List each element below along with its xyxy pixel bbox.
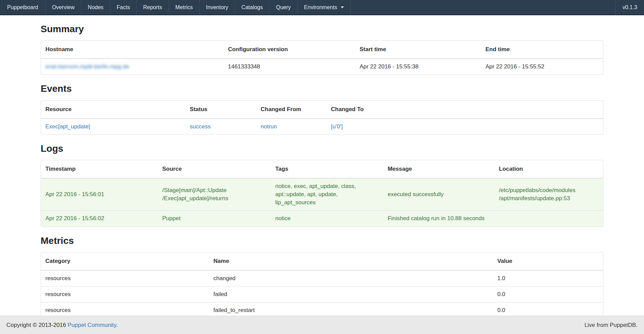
nav-item-environments-label: Environments <box>304 4 337 11</box>
hostname-link[interactable]: snat-tservvm.mpib-berlin.mpg.de <box>45 63 129 70</box>
log-timestamp: Apr 22 2016 - 15:56:01 <box>41 178 158 211</box>
log-tags: notice, exec, apt_update, class, apt::up… <box>271 178 383 211</box>
live-from-puppetdb-text: Live from PuppetDB. <box>584 322 638 329</box>
metric-row: resources changed 1.0 <box>41 270 603 287</box>
summary-section-title: Summary <box>41 24 603 35</box>
nav-item-facts[interactable]: Facts <box>110 0 137 15</box>
nav-item-nodes[interactable]: Nodes <box>81 0 110 15</box>
metrics-header-value: Value <box>493 252 603 270</box>
nav-item-inventory[interactable]: Inventory <box>199 0 235 15</box>
event-changed-from-link[interactable]: notrun <box>261 123 277 130</box>
metrics-section-title: Metrics <box>41 235 603 246</box>
logs-table: Timestamp Source Tags Message Location A… <box>41 160 603 227</box>
log-message: Finished catalog run in 10.88 seconds <box>383 211 495 227</box>
events-header-resource: Resource <box>41 101 186 119</box>
metric-value: 0.0 <box>493 287 603 302</box>
event-status-link[interactable]: success <box>190 123 211 130</box>
log-location: /etc/puppetlabs/code/modules /apt/manife… <box>495 178 603 211</box>
metrics-header-name: Name <box>209 252 493 270</box>
logs-header-tags: Tags <box>271 160 383 178</box>
navbar-brand[interactable]: Puppetboard <box>0 0 46 15</box>
app-version-label: v0.1.3 <box>615 0 644 15</box>
events-header-changed-to: Changed To <box>326 101 603 119</box>
metric-name: changed <box>209 270 493 287</box>
event-row: Exec[apt_update] success notrun [u'0'] <box>41 119 603 134</box>
events-header-status: Status <box>186 101 256 119</box>
puppet-community-link[interactable]: Puppet Community <box>68 322 116 328</box>
log-message: executed successfully <box>383 178 495 211</box>
navbar: Puppetboard Overview Nodes Facts Reports… <box>0 0 644 15</box>
log-tags: notice <box>271 211 383 227</box>
footer: Copyright © 2013-2016 Puppet Community. … <box>0 316 644 334</box>
summary-table: Hostname Configuration version Start tim… <box>41 40 603 75</box>
summary-header-end-time: End time <box>481 41 603 59</box>
metric-row: resources failed 0.0 <box>41 287 603 302</box>
logs-header-timestamp: Timestamp <box>41 160 158 178</box>
nav-item-catalogs[interactable]: Catalogs <box>235 0 270 15</box>
summary-row: snat-tservvm.mpib-berlin.mpg.de 14613333… <box>41 59 603 75</box>
nav-item-environments-dropdown[interactable]: Environments <box>298 0 351 15</box>
events-header-changed-from: Changed From <box>256 101 327 119</box>
navbar-spacer <box>351 0 616 15</box>
metrics-table: Category Name Value resources changed 1.… <box>41 252 603 326</box>
summary-header-hostname: Hostname <box>41 41 224 59</box>
report-content: Summary Hostname Configuration version S… <box>41 24 603 326</box>
caret-down-icon <box>341 6 344 8</box>
log-row: Apr 22 2016 - 15:56:02 Puppet notice Fin… <box>41 211 603 227</box>
logs-header-location: Location <box>495 160 603 178</box>
start-time-value: Apr 22 2016 - 15:55:38 <box>355 59 481 75</box>
log-location <box>495 211 603 227</box>
configuration-version-value: 1461333348 <box>224 59 355 75</box>
events-section-title: Events <box>41 83 603 94</box>
metric-category: resources <box>41 287 209 302</box>
copyright-prefix: Copyright © 2013-2016 <box>6 322 66 328</box>
end-time-value: Apr 22 2016 - 15:55:52 <box>481 59 603 75</box>
log-row: Apr 22 2016 - 15:56:01 /Stage[main]/Apt:… <box>41 178 603 211</box>
nav-item-overview[interactable]: Overview <box>46 0 82 15</box>
metric-value: 1.0 <box>493 270 603 287</box>
nav-item-metrics[interactable]: Metrics <box>169 0 200 15</box>
metric-name: failed <box>209 287 493 302</box>
copyright-suffix: . <box>116 322 118 328</box>
summary-header-config-version: Configuration version <box>224 41 355 59</box>
metrics-header-category: Category <box>41 252 209 270</box>
logs-section-title: Logs <box>41 143 603 154</box>
nav-item-query[interactable]: Query <box>270 0 298 15</box>
event-changed-to-link[interactable]: [u'0'] <box>331 123 343 130</box>
summary-header-start-time: Start time <box>355 41 481 59</box>
logs-header-source: Source <box>158 160 271 178</box>
nav-item-reports[interactable]: Reports <box>137 0 169 15</box>
log-timestamp: Apr 22 2016 - 15:56:02 <box>41 211 158 227</box>
log-source: Puppet <box>158 211 271 227</box>
metric-category: resources <box>41 270 209 287</box>
copyright-text: Copyright © 2013-2016 Puppet Community. <box>6 322 118 329</box>
event-resource-link[interactable]: Exec[apt_update] <box>45 123 90 130</box>
events-table: Resource Status Changed From Changed To … <box>41 100 603 135</box>
logs-header-message: Message <box>383 160 495 178</box>
log-source: /Stage[main]/Apt::Update /Exec[apt_updat… <box>158 178 271 211</box>
